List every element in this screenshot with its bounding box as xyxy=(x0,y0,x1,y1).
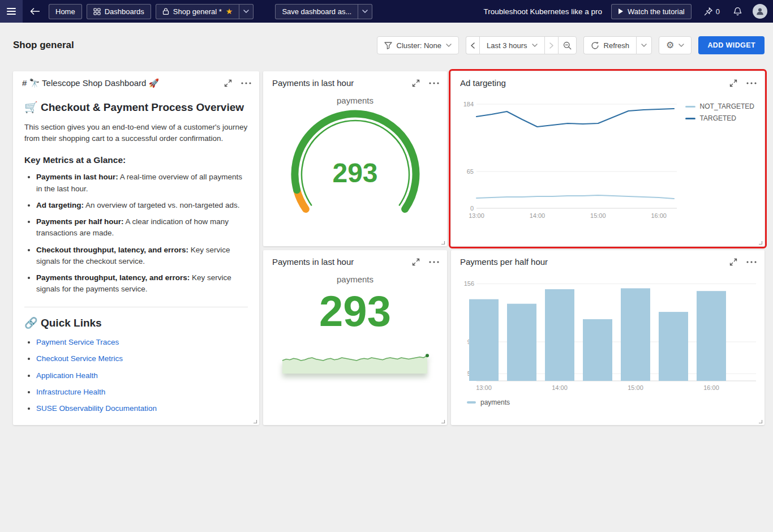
back-button[interactable] xyxy=(26,3,43,20)
hamburger-menu-button[interactable] xyxy=(0,0,23,23)
bar-chart[interactable]: 579215613:0014:0015:0016:00 xyxy=(454,269,760,394)
add-widget-button[interactable]: ADD WIDGET xyxy=(698,36,765,54)
pin-count: 0 xyxy=(716,7,720,16)
svg-text:184: 184 xyxy=(463,101,474,108)
quick-link-item: SUSE Observability Documentation xyxy=(36,403,248,414)
time-back-button[interactable] xyxy=(466,36,479,54)
current-dashboard-group: Shop general * ★ xyxy=(156,4,254,19)
expand-widget-button[interactable] xyxy=(729,258,737,266)
expand-icon xyxy=(412,258,420,266)
resize-handle[interactable] xyxy=(440,240,445,245)
quick-link[interactable]: Checkout Service Metrics xyxy=(36,354,123,363)
refresh-group: Refresh xyxy=(583,36,652,54)
dashboards-button[interactable]: Dashboards xyxy=(87,4,151,19)
metric-item: Checkout throughput, latency, and errors… xyxy=(36,244,248,268)
chevron-right-icon xyxy=(549,42,553,49)
ellipsis-icon xyxy=(241,82,251,84)
svg-text:15:00: 15:00 xyxy=(628,384,643,391)
current-dashboard-button[interactable]: Shop general * ★ xyxy=(156,4,239,19)
svg-text:16:00: 16:00 xyxy=(651,212,667,219)
chevron-down-icon xyxy=(678,44,684,47)
legend-item-not-targeted[interactable]: NOT_TARGETED xyxy=(685,102,754,110)
widget-title: # 🔭 Telescope Shop Dashboard 🚀 xyxy=(22,78,224,88)
quick-link[interactable]: Infrastructure Health xyxy=(36,388,105,396)
expand-widget-button[interactable] xyxy=(729,79,737,87)
chevron-down-icon xyxy=(362,10,368,13)
chevron-left-icon xyxy=(471,42,475,49)
quick-links-list: Payment Service Traces Checkout Service … xyxy=(24,337,248,414)
expand-icon xyxy=(224,79,232,87)
dashboard-settings-button[interactable]: ⚙ xyxy=(659,36,692,54)
legend-swatch xyxy=(685,106,695,108)
legend-label: TARGETED xyxy=(700,114,736,122)
widget-menu-button[interactable] xyxy=(429,82,439,84)
resize-handle[interactable] xyxy=(758,419,763,424)
pin-icon xyxy=(704,7,713,16)
legend-item-targeted[interactable]: TARGETED xyxy=(685,114,754,122)
widget-menu-button[interactable] xyxy=(429,261,439,263)
metrics-list: Payments in last hour: A real-time overv… xyxy=(24,171,248,295)
time-range-button[interactable]: Last 3 hours xyxy=(479,36,544,54)
resize-handle[interactable] xyxy=(440,419,445,424)
ellipsis-icon xyxy=(746,261,757,263)
expand-widget-button[interactable] xyxy=(412,79,420,87)
cluster-filter-label: Cluster: None xyxy=(397,41,441,50)
chevron-down-icon xyxy=(532,44,538,47)
quick-link[interactable]: Application Health xyxy=(36,371,98,380)
expand-widget-button[interactable] xyxy=(224,79,232,87)
ellipsis-icon xyxy=(746,82,757,84)
bar-chart-legend[interactable]: payments xyxy=(454,398,761,406)
sparkline-chart[interactable] xyxy=(282,342,429,376)
widget-header: # 🔭 Telescope Shop Dashboard 🚀 xyxy=(13,71,259,91)
current-dashboard-label: Shop general * xyxy=(173,7,222,16)
resize-handle[interactable] xyxy=(252,419,257,424)
metric-item: Payments per half hour: A clear indicati… xyxy=(36,216,248,239)
refresh-options-chevron-button[interactable] xyxy=(636,36,652,54)
zoom-out-time-button[interactable] xyxy=(558,36,577,54)
widget-menu-button[interactable] xyxy=(241,82,251,84)
favorite-star-icon[interactable]: ★ xyxy=(226,7,233,15)
watch-tutorial-button[interactable]: Watch the tutorial xyxy=(611,4,692,19)
watch-tutorial-label: Watch the tutorial xyxy=(628,7,685,16)
refresh-button[interactable]: Refresh xyxy=(583,36,637,54)
time-range-group: Last 3 hours xyxy=(466,36,577,54)
dashboards-grid-icon xyxy=(93,8,101,15)
gauge-chart[interactable]: 293 xyxy=(276,105,435,220)
quick-link[interactable]: SUSE Observability Documentation xyxy=(36,404,157,413)
expand-icon xyxy=(412,79,420,87)
promo-text: Troubleshoot Kubernetes like a pro xyxy=(483,7,602,16)
payments-number-widget: Payments in last hour payments 293 xyxy=(263,250,447,425)
person-icon xyxy=(755,7,765,16)
widget-header: Payments in last hour xyxy=(263,250,447,269)
number-series-label: payments xyxy=(263,274,447,284)
widget-header: Payments in last hour xyxy=(263,71,447,90)
widget-menu-button[interactable] xyxy=(746,261,757,263)
legend-swatch xyxy=(685,118,695,119)
pinned-items-button[interactable]: 0 xyxy=(699,7,724,16)
bell-icon xyxy=(733,7,742,16)
home-button[interactable]: Home xyxy=(49,4,82,19)
save-dashboard-as-button[interactable]: Save dashboard as... xyxy=(275,4,358,19)
dashboard-switcher-chevron-button[interactable] xyxy=(239,4,254,19)
quick-link[interactable]: Payment Service Traces xyxy=(36,338,119,346)
chevron-down-icon xyxy=(446,44,452,47)
line-chart-legend: NOT_TARGETED TARGETED xyxy=(685,102,754,122)
ad-targeting-widget: Ad targeting 06518413:0014:0015:0016:00 … xyxy=(451,71,765,246)
back-arrow-icon xyxy=(30,8,40,15)
widget-title: Ad targeting xyxy=(460,78,729,88)
expand-icon xyxy=(729,258,737,266)
widget-menu-button[interactable] xyxy=(746,82,757,84)
notifications-button[interactable] xyxy=(729,3,746,20)
svg-text:14:00: 14:00 xyxy=(552,384,568,391)
expand-widget-button[interactable] xyxy=(412,258,420,266)
time-range-label: Last 3 hours xyxy=(487,41,527,50)
resize-handle[interactable] xyxy=(758,240,763,245)
widget-title: Payments per half hour xyxy=(460,257,729,267)
time-forward-button[interactable] xyxy=(544,36,558,54)
save-dashboard-as-label: Save dashboard as... xyxy=(282,7,351,16)
user-avatar[interactable] xyxy=(753,4,767,19)
cluster-filter-button[interactable]: Cluster: None xyxy=(377,36,459,54)
divider xyxy=(24,307,248,307)
save-dashboard-chevron-button[interactable] xyxy=(358,4,372,19)
markdown-content: 🛒 Checkout & Payment Process Overview Th… xyxy=(13,91,259,414)
